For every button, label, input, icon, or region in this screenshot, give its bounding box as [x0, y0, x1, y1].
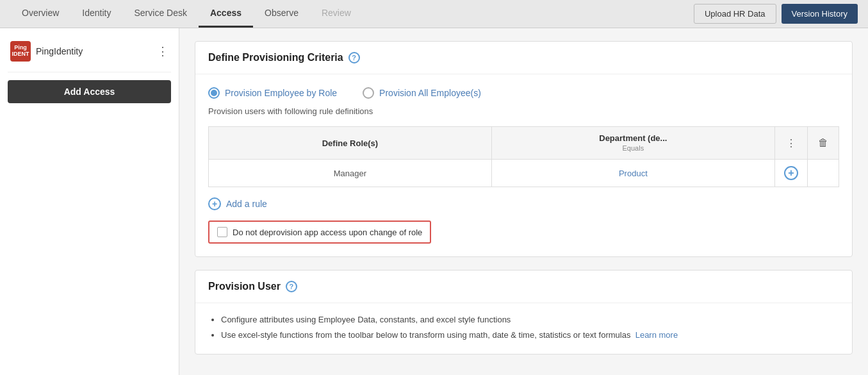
col-header-actions[interactable]: ⋮ [774, 127, 807, 160]
top-nav: Overview Identity Service Desk Access Ob… [0, 0, 868, 28]
role-cell: Manager [209, 160, 492, 187]
bullet-1: Configure attributes using Employee Data… [221, 313, 839, 326]
upload-hr-data-button[interactable]: Upload HR Data [694, 4, 776, 24]
radio-provision-all-employees[interactable]: Provision All Employee(s) [363, 87, 481, 99]
col-dept-subheader: Equals [623, 144, 644, 152]
add-rule-icon: + [208, 197, 221, 210]
brand-name: PingIdentity [36, 46, 83, 56]
define-provisioning-section: Define Provisioning Criteria ? Provision… [195, 41, 853, 257]
provision-subtitle: Provision users with following rule defi… [208, 106, 839, 116]
criteria-table: Define Role(s) Department (de... Equals … [208, 126, 839, 187]
define-provisioning-title: Define Provisioning Criteria [208, 52, 343, 63]
col-header-delete[interactable]: 🗑 [807, 127, 839, 160]
bullet-2: Use excel-style functions from the toolb… [221, 329, 839, 342]
nav-tabs: Overview Identity Service Desk Access Ob… [10, 0, 363, 28]
add-rule-label: Add a rule [226, 199, 267, 209]
deprovision-checkbox-row[interactable]: Do not deprovision app access upon chang… [208, 221, 431, 244]
ping-logo: PingIDENT [10, 41, 31, 62]
add-rule-row[interactable]: + Add a rule [208, 197, 839, 210]
row-delete-cell [807, 160, 839, 187]
table-row: Manager Product + [209, 160, 839, 187]
provision-user-help-icon[interactable]: ? [286, 281, 297, 292]
sidebar-header: PingIDENT PingIdentity ⋮ [8, 36, 171, 72]
tab-access[interactable]: Access [199, 0, 253, 28]
define-provisioning-body: Provision Employee by Role Provision All… [195, 74, 852, 256]
deprovision-checkbox[interactable] [217, 227, 227, 237]
table-more-options-button[interactable]: ⋮ [786, 137, 796, 149]
add-col-cell[interactable]: + [774, 160, 807, 187]
nav-actions: Upload HR Data Version History [694, 4, 858, 24]
radio-by-role-label: Provision Employee by Role [225, 88, 337, 98]
define-provisioning-help-icon[interactable]: ? [348, 52, 360, 63]
tab-identity[interactable]: Identity [70, 0, 122, 28]
radio-group: Provision Employee by Role Provision All… [208, 87, 839, 99]
radio-all-employees-circle [363, 87, 374, 99]
radio-by-role-circle [208, 87, 220, 99]
col-header-dept: Department (de... Equals [491, 127, 774, 160]
provision-user-title: Provision User [208, 281, 281, 292]
define-provisioning-header: Define Provisioning Criteria ? [195, 42, 852, 74]
dept-cell: Product [491, 160, 774, 187]
radio-all-employees-label: Provision All Employee(s) [379, 88, 481, 98]
add-access-button[interactable]: Add Access [8, 80, 171, 103]
learn-more-link[interactable]: Learn more [635, 330, 678, 340]
tab-review: Review [310, 0, 363, 28]
sidebar-brand: PingIDENT PingIdentity [10, 41, 83, 62]
provision-user-bullets: Configure attributes using Employee Data… [208, 313, 839, 341]
tab-overview[interactable]: Overview [10, 0, 70, 28]
col-header-role: Define Role(s) [209, 127, 492, 160]
provision-user-section: Provision User ? Configure attributes us… [195, 270, 853, 354]
tab-service-desk[interactable]: Service Desk [123, 0, 199, 28]
provision-user-body: Configure attributes using Employee Data… [195, 303, 852, 354]
main-layout: PingIDENT PingIdentity ⋮ Add Access Defi… [0, 28, 868, 375]
table-delete-button[interactable]: 🗑 [818, 137, 828, 149]
sidebar-menu-icon[interactable]: ⋮ [157, 44, 168, 58]
add-column-button[interactable]: + [784, 166, 798, 180]
main-content: Define Provisioning Criteria ? Provision… [179, 28, 868, 375]
sidebar: PingIDENT PingIdentity ⋮ Add Access [0, 28, 179, 375]
version-history-button[interactable]: Version History [782, 4, 858, 24]
provision-user-header: Provision User ? [195, 271, 852, 303]
tab-observe[interactable]: Observe [253, 0, 310, 28]
radio-provision-by-role[interactable]: Provision Employee by Role [208, 87, 337, 99]
deprovision-checkbox-label: Do not deprovision app access upon chang… [233, 228, 422, 237]
